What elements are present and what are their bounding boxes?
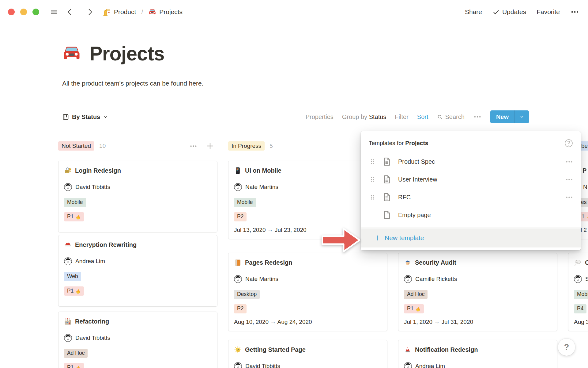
favorite-button[interactable]: Favorite (537, 8, 560, 16)
blank-page-icon (382, 210, 391, 220)
priority-tag: P2 (234, 304, 247, 313)
cop-icon (404, 259, 412, 266)
new-button[interactable]: New (490, 110, 529, 123)
new-button-dropdown[interactable] (514, 110, 529, 123)
window-controls-nav: Product / Projects (8, 6, 183, 18)
page-car-icon[interactable] (61, 43, 82, 64)
template-more-options-icon[interactable] (565, 193, 573, 201)
card-login-redesign[interactable]: Login Redesign David Tibbitts Mobile P1 (58, 161, 217, 232)
template-item-label: User Interview (398, 176, 437, 183)
tag-label: P1 (67, 288, 74, 294)
card-encryption-rewriting[interactable]: Encryption Rewriting Andrea Lim Web P1 (58, 235, 217, 307)
properties-button[interactable]: Properties (306, 113, 334, 121)
tag-label: P1 (67, 213, 74, 220)
siren-icon (404, 346, 412, 354)
avatar (404, 275, 412, 283)
card-pages-redesign[interactable]: Pages Redesign Nate Martins Desktop P2 A… (228, 253, 387, 331)
tag-label: Mobile (577, 291, 588, 298)
factory-icon (64, 318, 72, 325)
help-circle-icon[interactable] (564, 139, 573, 148)
book-icon (234, 259, 242, 266)
group-by-button[interactable]: Group by Status (342, 113, 386, 121)
priority-tag: P1 (64, 363, 84, 368)
template-item-label: RFC (398, 194, 411, 201)
zoom-window-button[interactable] (32, 9, 39, 15)
back-arrow-icon[interactable] (67, 7, 76, 17)
sidebar-menu-icon[interactable] (49, 8, 59, 16)
column-more-options-icon[interactable] (189, 142, 198, 150)
new-template-button[interactable]: New template (361, 228, 581, 247)
template-item-rfc[interactable]: RFC (361, 188, 581, 206)
templates-title-name: Projects (405, 140, 428, 146)
fire-icon (75, 365, 81, 368)
breadcrumb-separator: / (139, 8, 145, 16)
drag-handle-icon[interactable] (369, 158, 376, 165)
priority-tag: P1 (404, 304, 424, 313)
board-view-icon (62, 114, 69, 120)
group-by-label: Group by (342, 113, 367, 120)
fire-icon (75, 214, 81, 220)
status-badge[interactable]: Not Started (58, 141, 94, 151)
page-description: All the product team's projects can be f… (62, 80, 204, 87)
close-window-button[interactable] (8, 9, 15, 15)
card-title: Refactoring (75, 318, 109, 325)
helmet-icon (64, 241, 72, 249)
board-top-divider (58, 130, 588, 130)
avatar (234, 183, 242, 191)
forward-arrow-icon[interactable] (84, 7, 93, 17)
tag-label: Desktop (237, 291, 257, 298)
sort-button[interactable]: Sort (417, 113, 428, 121)
template-item-label: Empty page (398, 212, 431, 219)
column-header-in-progress: In Progress 5 (228, 141, 273, 151)
card-security-audit[interactable]: Security Audit Camille Ricketts Ad Hoc P… (398, 253, 557, 331)
template-item-user-interview[interactable]: User Interview (361, 171, 581, 188)
thought-balloon-icon (574, 259, 582, 266)
card-getting-started-page[interactable]: Getting Started Page David Tibbitts (228, 340, 387, 368)
platform-tag: Ad Hoc (404, 290, 428, 299)
column-count: 10 (99, 143, 106, 149)
card-title: Security Audit (415, 259, 456, 266)
minimize-window-button[interactable] (20, 9, 27, 15)
avatar (234, 275, 242, 283)
group-by-value: Status (369, 113, 386, 120)
phone-icon (234, 167, 242, 174)
share-button[interactable]: Share (465, 8, 482, 16)
card-notification-redesign[interactable]: Notification Redesign Andrea Lim (398, 340, 557, 368)
menu-divider (361, 228, 581, 228)
view-selector[interactable]: By Status (62, 113, 108, 121)
status-badge[interactable]: In Progress (228, 141, 265, 151)
drag-handle-icon[interactable] (369, 176, 376, 183)
template-more-options-icon[interactable] (565, 175, 573, 184)
search-button[interactable]: Search (437, 113, 465, 121)
help-button[interactable]: ? (558, 339, 575, 356)
column-add-card-icon[interactable] (206, 142, 214, 150)
new-button-label[interactable]: New (490, 110, 514, 123)
drag-handle-icon[interactable] (369, 194, 376, 201)
breadcrumb-projects[interactable]: Projects (159, 8, 183, 16)
card-title: Getting Started Page (245, 346, 306, 353)
fire-icon (586, 214, 588, 220)
sun-icon (234, 346, 242, 354)
breadcrumb-product[interactable]: Product (114, 8, 136, 16)
card-refactoring[interactable]: Refactoring David Tibbitts Ad Hoc P1 (58, 312, 217, 368)
more-options-icon[interactable] (570, 7, 579, 17)
template-more-options-icon[interactable] (565, 158, 573, 166)
card-dates: Jul 1, 2020 → Jul 31, 2020 (404, 319, 552, 325)
card-title: Login Redesign (75, 167, 121, 174)
template-item-empty-page[interactable]: Empty page (361, 206, 581, 224)
updates-button[interactable]: Updates (492, 8, 526, 16)
view-selector-label: By Status (72, 113, 100, 121)
filter-button[interactable]: Filter (395, 113, 408, 121)
chevron-down-icon (103, 115, 108, 119)
card-assignee-fragment: N (583, 183, 588, 191)
avatar (404, 362, 412, 368)
new-template-label: New template (385, 234, 424, 242)
view-more-options-icon[interactable] (473, 113, 482, 121)
template-item-product-spec[interactable]: Product Spec (361, 153, 581, 171)
fire-icon (415, 306, 421, 312)
card-title: Pages Redesign (245, 259, 292, 266)
search-label: Search (445, 113, 465, 121)
card-clipped-right[interactable]: C S Mobile P4 Aug 3 (568, 253, 588, 331)
card-dates-fragment: Aug 3 (574, 319, 588, 325)
red-arrow-pointer (322, 227, 361, 255)
